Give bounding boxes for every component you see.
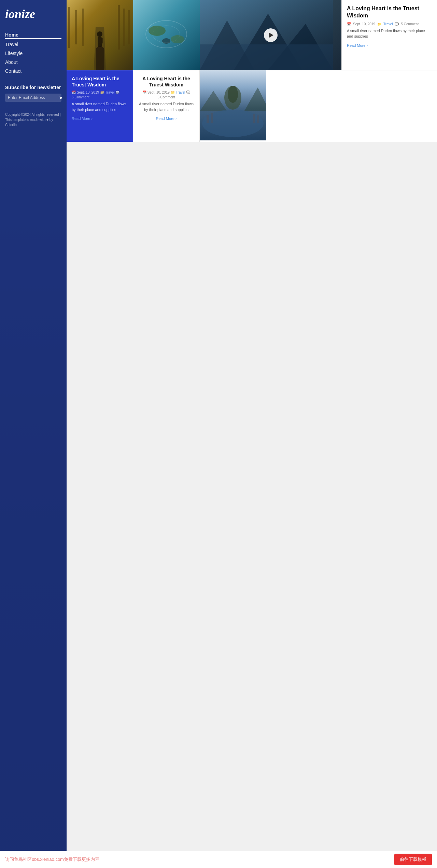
svg-rect-5 [68,7,70,48]
top-image-2 [133,0,200,70]
email-form: ➤ [5,94,61,102]
svg-rect-29 [211,113,213,123]
card2-folder-icon: 📁 [171,91,175,94]
featured-body: A small river named Duden flows by their… [347,28,432,39]
subscribe-button[interactable]: ➤ [59,95,63,100]
card1-folder-icon: 📁 [100,91,104,94]
svg-rect-8 [118,5,120,50]
card2-title: A Loving Heart is the Truest Wisdom [138,75,194,88]
folder-icon: 📁 [377,22,381,26]
card2-comment-icon: 💬 [186,91,190,94]
card2-readmore[interactable]: Read More › [156,116,177,121]
featured-readmore-link[interactable]: Read More › [347,43,368,47]
card1-comment-icon: 💬 [115,91,119,94]
card1-comments: 5 Comment [72,95,89,99]
card1-title: A Loving Heart is the Truest Wisdom [72,75,128,88]
svg-point-2 [97,31,102,37]
featured-date: Sept. 10, 2019 [353,22,375,26]
svg-point-15 [171,35,184,43]
copyright-text: Copyright ©2024 All rights reserved | Th… [5,112,61,127]
content-spacer [266,70,437,142]
sidebar: ionize Home Travel Lifestyle About [0,0,67,868]
svg-rect-30 [253,114,255,123]
watermark-bar: 访问鱼鸟社区bbs.xleniao.com免费下载更多内容 前往下载模板 [0,851,437,868]
card1-category[interactable]: Travel [105,91,114,94]
featured-article-panel: A Loving Heart is the Truest Wisdom 📅 Se… [341,0,437,70]
newsletter-label: Subscribe for newsletter [5,85,61,90]
articles-row: A Loving Heart is the Truest Wisdom 📅 Se… [67,70,437,142]
article-card-1: A Loving Heart is the Truest Wisdom 📅 Se… [67,70,133,142]
svg-rect-10 [128,10,130,44]
calendar-icon: 📅 [347,22,351,26]
empty-content [67,142,437,868]
sidebar-item-travel[interactable]: Travel [5,41,61,48]
svg-rect-7 [82,9,84,46]
featured-title: A Loving Heart is the Truest Wisdom [347,5,432,19]
featured-comments: 5 Comment [401,22,419,26]
top-section: A Loving Heart is the Truest Wisdom 📅 Se… [67,0,437,70]
top-image-3 [200,0,341,70]
comment-icon: 💬 [395,22,399,26]
card1-meta: 📅 Sept. 10, 2019 📁 Travel 💬 5 Comment [72,91,128,99]
svg-rect-9 [123,9,125,46]
sidebar-item-contact[interactable]: Contact [5,68,61,74]
email-input[interactable] [8,95,59,100]
card2-comments: 5 Comment [157,95,175,99]
download-button[interactable]: 前往下载模板 [394,854,432,865]
sidebar-nav: Home Travel Lifestyle About Contact [5,31,61,74]
card2-category[interactable]: Travel [176,91,185,94]
card2-date: Sept. 10, 2019 [147,91,170,94]
svg-rect-6 [75,10,77,44]
top-image-1 [67,0,133,70]
sidebar-item-lifestyle[interactable]: Lifestyle [5,50,61,57]
site-logo: ionize [5,7,61,21]
svg-rect-21 [200,44,333,70]
card2-meta: 📅 Sept. 10, 2019 📁 Travel 💬 5 Comment [138,91,194,99]
svg-rect-28 [207,115,209,123]
card1-cal-icon: 📅 [72,91,76,94]
svg-rect-11 [133,0,200,70]
featured-meta: 📅 Sept. 10, 2019 📁 Travel 💬 5 Comment [347,22,432,26]
svg-point-24 [228,86,238,103]
svg-point-16 [162,38,170,44]
video-play-button[interactable] [264,28,278,42]
card1-date: Sept. 10, 2019 [77,91,99,94]
card2-cal-icon: 📅 [142,91,146,94]
sidebar-item-about[interactable]: About [5,59,61,66]
card1-readmore[interactable]: Read More › [72,116,93,121]
article-card-3-image [200,70,266,142]
svg-point-14 [149,26,166,36]
main-content: A Loving Heart is the Truest Wisdom 📅 Se… [67,0,437,868]
svg-rect-4 [99,38,103,44]
watermark-text: 访问鱼鸟社区bbs.xleniao.com免费下载更多内容 [5,856,99,863]
svg-rect-31 [257,115,259,123]
card1-body: A small river named Duden flows by their… [72,101,128,112]
article-card-2: A Loving Heart is the Truest Wisdom 📅 Se… [133,70,200,142]
featured-category[interactable]: Travel [383,22,393,26]
sidebar-item-home[interactable]: Home [5,31,61,39]
card2-body: A small river named Duden flows by their… [138,101,194,112]
